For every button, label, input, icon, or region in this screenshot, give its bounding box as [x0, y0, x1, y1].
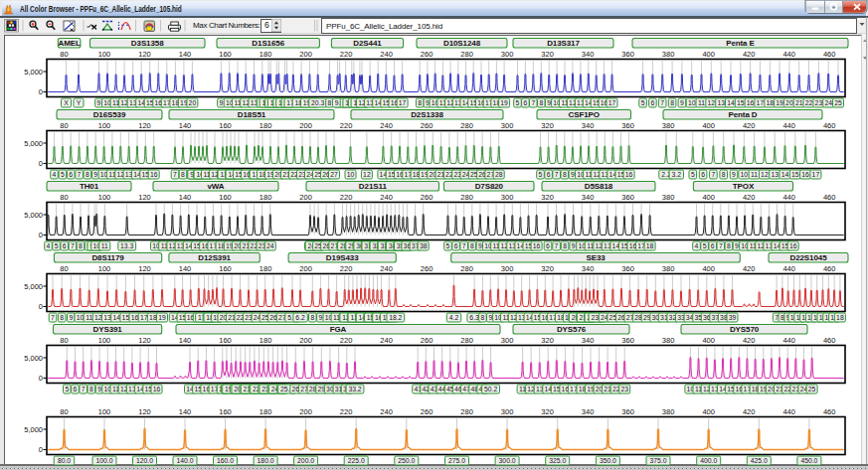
- svg-text:13: 13: [771, 171, 779, 178]
- svg-text:140: 140: [179, 121, 192, 130]
- svg-text:340: 340: [582, 407, 595, 416]
- svg-text:7: 7: [531, 99, 535, 106]
- svg-text:22: 22: [805, 99, 813, 106]
- svg-text:5,000: 5,000: [24, 424, 43, 433]
- svg-text:5: 5: [691, 171, 695, 178]
- svg-text:450.0: 450.0: [800, 457, 817, 464]
- svg-text:TPOX: TPOX: [733, 181, 755, 190]
- svg-text:Penta D: Penta D: [728, 109, 757, 118]
- svg-text:100: 100: [98, 121, 111, 130]
- svg-text:420: 420: [743, 407, 756, 416]
- svg-text:200: 200: [299, 121, 312, 130]
- svg-text:180: 180: [260, 407, 272, 416]
- svg-text:28: 28: [495, 171, 503, 178]
- svg-text:320: 320: [541, 264, 554, 273]
- svg-text:8: 8: [563, 242, 567, 249]
- svg-text:240: 240: [380, 264, 393, 273]
- svg-text:7: 7: [78, 171, 82, 178]
- svg-text:4: 4: [695, 242, 699, 249]
- svg-text:300: 300: [501, 264, 514, 273]
- svg-text:375.0: 375.0: [649, 457, 666, 464]
- svg-text:360: 360: [621, 121, 634, 130]
- svg-text:420: 420: [743, 121, 756, 130]
- svg-text:280: 280: [460, 407, 473, 416]
- svg-text:9: 9: [547, 99, 551, 106]
- svg-text:16: 16: [131, 314, 139, 321]
- svg-text:420: 420: [743, 50, 756, 59]
- svg-text:10: 10: [77, 314, 85, 321]
- svg-text:X: X: [64, 99, 69, 106]
- svg-text:D1S1656: D1S1656: [252, 38, 284, 47]
- svg-text:D21S11: D21S11: [359, 181, 388, 190]
- svg-text:21: 21: [795, 99, 803, 106]
- svg-text:16: 16: [153, 386, 161, 392]
- svg-text:5: 5: [539, 171, 543, 178]
- svg-text:9: 9: [572, 242, 576, 249]
- svg-text:100: 100: [98, 193, 111, 202]
- svg-text:23: 23: [620, 386, 628, 392]
- svg-text:180: 180: [260, 121, 272, 130]
- svg-text:0: 0: [39, 374, 43, 383]
- svg-text:16: 16: [747, 99, 755, 106]
- svg-text:440: 440: [782, 336, 795, 345]
- svg-text:6: 6: [63, 242, 67, 249]
- svg-text:220: 220: [340, 407, 353, 416]
- svg-text:8: 8: [563, 171, 567, 178]
- svg-text:200: 200: [299, 336, 312, 345]
- svg-text:11: 11: [101, 242, 108, 249]
- svg-text:8: 8: [60, 314, 64, 321]
- svg-text:420: 420: [743, 193, 756, 202]
- svg-text:D5S818: D5S818: [585, 181, 613, 190]
- svg-text:440: 440: [782, 50, 795, 59]
- svg-text:9: 9: [97, 99, 101, 106]
- svg-text:8: 8: [539, 99, 543, 106]
- svg-text:25: 25: [834, 99, 842, 106]
- svg-text:120: 120: [138, 407, 151, 416]
- svg-text:260: 260: [421, 50, 434, 59]
- svg-text:23: 23: [815, 99, 823, 106]
- svg-text:6.2: 6.2: [295, 314, 305, 321]
- svg-text:300: 300: [501, 407, 514, 416]
- svg-text:400: 400: [702, 193, 715, 202]
- svg-text:50.2: 50.2: [484, 386, 497, 392]
- svg-text:SE33: SE33: [586, 252, 606, 261]
- svg-text:19: 19: [500, 99, 508, 106]
- svg-text:38: 38: [420, 242, 428, 249]
- svg-text:80.0: 80.0: [58, 457, 71, 464]
- svg-text:AMEL: AMEL: [58, 38, 80, 47]
- svg-text:7: 7: [71, 242, 75, 249]
- svg-text:380: 380: [662, 50, 675, 59]
- svg-text:100: 100: [98, 336, 111, 345]
- svg-text:9: 9: [571, 171, 575, 178]
- svg-text:8: 8: [670, 99, 674, 106]
- svg-text:Y: Y: [77, 99, 82, 106]
- svg-text:400: 400: [702, 50, 715, 59]
- svg-text:DYS576: DYS576: [557, 324, 587, 333]
- svg-text:D3S1358: D3S1358: [131, 38, 164, 47]
- svg-text:Penta E: Penta E: [726, 38, 755, 47]
- svg-text:8: 8: [181, 171, 185, 178]
- svg-text:7: 7: [660, 99, 664, 106]
- svg-text:18: 18: [646, 242, 654, 249]
- svg-text:8: 8: [86, 171, 89, 178]
- svg-text:DYS570: DYS570: [730, 324, 760, 333]
- svg-text:17: 17: [757, 99, 765, 106]
- svg-text:120: 120: [138, 121, 151, 130]
- svg-text:300: 300: [501, 336, 514, 345]
- svg-text:360: 360: [621, 50, 634, 59]
- svg-text:280: 280: [460, 264, 473, 273]
- svg-text:320: 320: [541, 336, 554, 345]
- svg-text:D2S1338: D2S1338: [411, 109, 443, 118]
- svg-text:DYS391: DYS391: [92, 324, 122, 333]
- svg-text:5: 5: [641, 99, 645, 106]
- svg-text:15: 15: [791, 171, 799, 178]
- svg-text:400: 400: [702, 336, 715, 345]
- svg-text:80: 80: [60, 264, 68, 273]
- svg-text:17: 17: [812, 171, 820, 178]
- svg-text:D16S539: D16S539: [93, 109, 126, 118]
- svg-text:6: 6: [524, 99, 528, 106]
- svg-text:14: 14: [112, 314, 120, 321]
- svg-text:27: 27: [330, 171, 338, 178]
- svg-text:6.3: 6.3: [469, 314, 479, 321]
- svg-text:9: 9: [735, 242, 739, 249]
